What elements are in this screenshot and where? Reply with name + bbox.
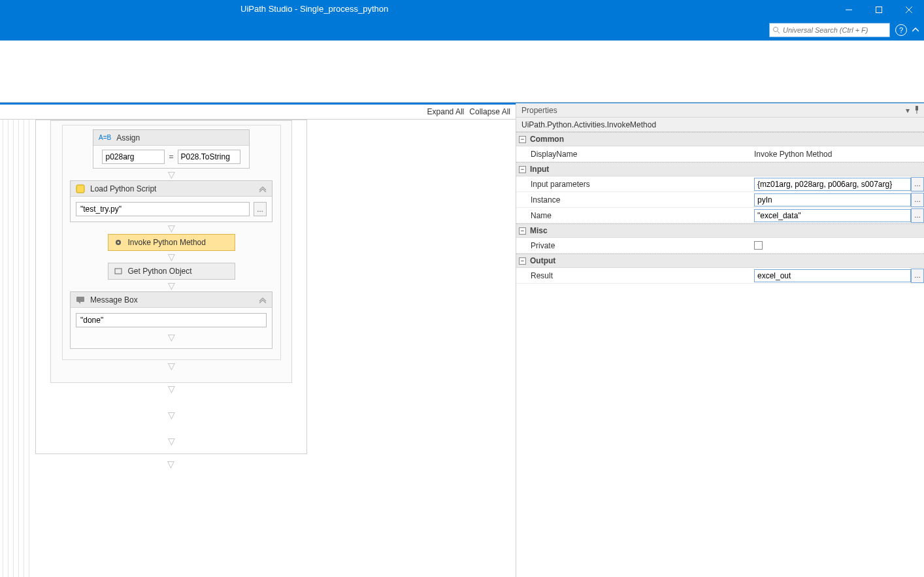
connector-icon[interactable]: ▽ — [36, 412, 306, 418]
connector-icon[interactable]: ▽ — [36, 438, 306, 444]
expand-all-link[interactable]: Expand All — [427, 107, 465, 116]
svg-rect-12 — [916, 106, 918, 110]
instance-label: Instance — [516, 192, 751, 207]
browse-button[interactable]: … — [254, 202, 267, 216]
input-parameters-label: Input parameters — [516, 176, 751, 191]
collapse-ribbon-icon[interactable] — [912, 27, 919, 33]
maximize-button[interactable] — [864, 0, 894, 20]
minimize-button[interactable] — [834, 0, 864, 20]
dropdown-icon[interactable]: ▾ — [906, 106, 910, 115]
titlebar: UiPath Studio - Single_process_python — [0, 0, 924, 20]
message-box-activity[interactable]: Message Box ▽ — [70, 291, 272, 349]
load-python-title: Load Python Script — [90, 184, 156, 193]
window-controls — [834, 0, 924, 20]
result-browse[interactable]: … — [911, 269, 924, 283]
collapse-icon[interactable] — [259, 186, 267, 192]
invoke-python-method-activity[interactable]: Invoke Python Method — [108, 234, 235, 251]
svg-rect-10 — [76, 297, 84, 302]
invoke-python-title: Invoke Python Method — [128, 238, 206, 247]
search-icon — [772, 26, 780, 34]
instance-browse[interactable]: … — [911, 193, 924, 207]
name-value[interactable]: … — [751, 208, 924, 223]
group-input-label: Input — [530, 165, 549, 174]
connector-icon[interactable]: ▽ — [168, 334, 175, 340]
properties-panel: Properties ▾ UiPath.Python.Activities.In… — [516, 103, 924, 577]
connector-icon[interactable]: ▽ — [67, 225, 276, 231]
row-result: Result … — [516, 268, 924, 284]
get-python-object-activity[interactable]: Get Python Object — [108, 263, 235, 280]
gear-icon — [114, 238, 123, 247]
displayname-value[interactable]: Invoke Python Method — [751, 146, 924, 161]
private-checkbox[interactable] — [754, 241, 763, 250]
group-misc-label: Misc — [530, 226, 548, 235]
svg-rect-1 — [876, 7, 882, 13]
get-python-title: Get Python Object — [128, 267, 192, 276]
workflow-canvas[interactable]: A=B Assign = ▽ L — [0, 120, 516, 577]
collapse-all-link[interactable]: Collapse All — [469, 107, 510, 116]
close-button[interactable] — [894, 0, 924, 20]
ribbon-content — [0, 41, 924, 103]
name-browse[interactable]: … — [911, 208, 924, 223]
input-parameters-browse[interactable]: … — [911, 177, 924, 191]
pin-icon[interactable] — [914, 106, 920, 115]
group-output[interactable]: − Output — [516, 254, 924, 268]
equals-sign: = — [169, 152, 173, 161]
result-value[interactable]: … — [751, 268, 924, 283]
search-input[interactable] — [783, 26, 887, 34]
input-parameters-value[interactable]: … — [751, 176, 924, 191]
connector-icon[interactable]: ▽ — [36, 386, 306, 392]
svg-rect-9 — [115, 269, 122, 274]
connector-icon[interactable]: ▽ — [55, 363, 288, 369]
ribbon-top: ? — [0, 20, 924, 41]
instance-value[interactable]: … — [751, 192, 924, 207]
group-misc[interactable]: − Misc — [516, 223, 924, 238]
row-input-parameters: Input parameters … — [516, 176, 924, 192]
row-displayname: DisplayName Invoke Python Method — [516, 146, 924, 162]
box-icon — [114, 267, 123, 276]
instance-field[interactable] — [754, 193, 911, 206]
displayname-label: DisplayName — [516, 146, 751, 161]
outer-sequence[interactable]: A=B Assign = ▽ L — [35, 120, 307, 454]
message-icon — [76, 295, 85, 305]
universal-search[interactable] — [769, 23, 890, 37]
properties-label: Properties — [521, 106, 557, 115]
collapse-toggle-icon[interactable]: − — [519, 166, 526, 173]
script-path-input[interactable] — [76, 202, 250, 216]
row-private: Private — [516, 238, 924, 254]
row-instance: Instance … — [516, 192, 924, 208]
help-button[interactable]: ? — [895, 24, 907, 36]
svg-point-4 — [774, 27, 778, 32]
collapse-toggle-icon[interactable]: − — [519, 257, 526, 265]
load-python-script-activity[interactable]: Load Python Script … — [70, 180, 272, 222]
group-common[interactable]: − Common — [516, 132, 924, 146]
assign-value-input[interactable] — [178, 150, 240, 164]
private-label: Private — [516, 238, 751, 253]
result-field[interactable] — [754, 269, 911, 282]
connector-icon[interactable]: ▽ — [35, 461, 306, 467]
assign-icon: A=B — [99, 134, 111, 141]
inner-sequence-2[interactable]: A=B Assign = ▽ L — [50, 120, 292, 383]
row-name: Name … — [516, 208, 924, 223]
svg-line-5 — [778, 31, 780, 33]
name-field[interactable] — [754, 209, 911, 222]
assign-to-input[interactable] — [102, 150, 165, 164]
private-value[interactable] — [751, 238, 924, 253]
activity-type: UiPath.Python.Activities.InvokeMethod — [516, 118, 924, 132]
group-input[interactable]: − Input — [516, 162, 924, 176]
collapse-toggle-icon[interactable]: − — [519, 136, 526, 143]
connector-icon[interactable]: ▽ — [67, 254, 276, 260]
message-text-input[interactable] — [76, 313, 267, 327]
connector-icon[interactable]: ▽ — [67, 171, 276, 178]
collapse-icon[interactable] — [259, 297, 267, 303]
connector-icon[interactable]: ▽ — [67, 282, 276, 289]
result-label: Result — [516, 268, 751, 283]
properties-title: Properties ▾ — [516, 103, 924, 118]
inner-sequence-3[interactable]: A=B Assign = ▽ L — [62, 125, 281, 360]
assign-activity[interactable]: A=B Assign = — [93, 129, 250, 169]
properties-grid: − Common DisplayName Invoke Python Metho… — [516, 132, 924, 284]
nesting-guides — [3, 120, 34, 577]
collapse-toggle-icon[interactable]: − — [519, 227, 526, 235]
python-icon — [76, 184, 85, 193]
input-parameters-field[interactable] — [754, 178, 911, 191]
assign-title: Assign — [116, 133, 140, 142]
